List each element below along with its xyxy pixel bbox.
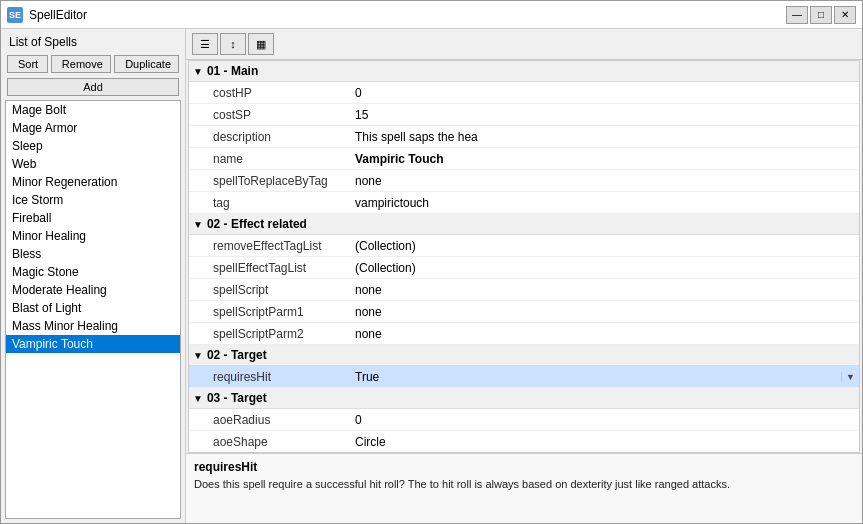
spell-item[interactable]: Bless — [6, 245, 180, 263]
left-panel: List of Spells Sort Remove Duplicate Add… — [1, 29, 186, 523]
prop-value: This spell saps the hea — [349, 128, 859, 146]
right-toolbar: ☰ ↕ ▦ — [186, 29, 862, 60]
window-title: SpellEditor — [29, 8, 87, 22]
section-label: 02 - Target — [207, 348, 267, 362]
prop-section-01-main[interactable]: ▼01 - Main — [189, 61, 859, 82]
prop-section-02-target[interactable]: ▼02 - Target — [189, 345, 859, 366]
prop-name: spellScriptParm1 — [189, 303, 349, 321]
spell-item[interactable]: Moderate Healing — [6, 281, 180, 299]
prop-row[interactable]: costHP0 — [189, 82, 859, 104]
spell-item[interactable]: Mage Bolt — [6, 101, 180, 119]
prop-name: spellEffectTagList — [189, 259, 349, 277]
prop-value: none — [349, 281, 859, 299]
prop-value: (Collection) — [349, 259, 859, 277]
prop-row[interactable]: spellEffectTagList(Collection) — [189, 257, 859, 279]
prop-name: requiresHit — [189, 368, 349, 386]
prop-name: name — [189, 150, 349, 168]
chevron-icon: ▼ — [193, 393, 203, 404]
prop-row[interactable]: removeEffectTagList(Collection) — [189, 235, 859, 257]
spell-item[interactable]: Fireball — [6, 209, 180, 227]
title-bar-left: SE SpellEditor — [7, 7, 87, 23]
prop-row[interactable]: spellScriptnone — [189, 279, 859, 301]
properties-area[interactable]: ▼01 - MaincostHP0costSP15descriptionThis… — [188, 60, 860, 453]
prop-value: True — [349, 368, 841, 386]
prop-row[interactable]: nameVampiric Touch — [189, 148, 859, 170]
prop-row[interactable]: descriptionThis spell saps the hea — [189, 126, 859, 148]
add-button[interactable]: Add — [7, 78, 179, 96]
prop-value: none — [349, 172, 859, 190]
minimize-button[interactable]: — — [786, 6, 808, 24]
prop-name: spellScriptParm2 — [189, 325, 349, 343]
right-panel: ☰ ↕ ▦ ▼01 - MaincostHP0costSP15descripti… — [186, 29, 862, 523]
app-icon: SE — [7, 7, 23, 23]
bottom-info: requiresHit Does this spell require a su… — [186, 453, 862, 523]
add-btn-row: Add — [1, 76, 185, 100]
duplicate-button[interactable]: Duplicate — [114, 55, 179, 73]
section-label: 03 - Target — [207, 391, 267, 405]
prop-value: Circle — [349, 433, 859, 451]
prop-value: Vampiric Touch — [349, 150, 859, 168]
list-label: List of Spells — [1, 29, 185, 52]
spell-item[interactable]: Vampiric Touch — [6, 335, 180, 353]
prop-row[interactable]: spellToReplaceByTagnone — [189, 170, 859, 192]
section-label: 02 - Effect related — [207, 217, 307, 231]
prop-row[interactable]: tagvampirictouch — [189, 192, 859, 214]
title-bar: SE SpellEditor — □ ✕ — [1, 1, 862, 29]
spell-item[interactable]: Minor Regeneration — [6, 173, 180, 191]
prop-name: costHP — [189, 84, 349, 102]
prop-row[interactable]: costSP15 — [189, 104, 859, 126]
section-label: 01 - Main — [207, 64, 258, 78]
prop-name: aoeRadius — [189, 411, 349, 429]
content-area: List of Spells Sort Remove Duplicate Add… — [1, 29, 862, 523]
prop-name: tag — [189, 194, 349, 212]
prop-row[interactable]: aoeShapeCircle — [189, 431, 859, 453]
prop-name: description — [189, 128, 349, 146]
chevron-icon: ▼ — [193, 219, 203, 230]
prop-row[interactable]: spellScriptParm1none — [189, 301, 859, 323]
spell-item[interactable]: Ice Storm — [6, 191, 180, 209]
spell-item[interactable]: Mass Minor Healing — [6, 317, 180, 335]
spell-item[interactable]: Magic Stone — [6, 263, 180, 281]
prop-section-02-effect[interactable]: ▼02 - Effect related — [189, 214, 859, 235]
spell-item[interactable]: Mage Armor — [6, 119, 180, 137]
close-button[interactable]: ✕ — [834, 6, 856, 24]
spell-list[interactable]: Mage BoltMage ArmorSleepWebMinor Regener… — [5, 100, 181, 519]
maximize-button[interactable]: □ — [810, 6, 832, 24]
prop-value: vampirictouch — [349, 194, 859, 212]
prop-value: 15 — [349, 106, 859, 124]
prop-row[interactable]: spellScriptParm2none — [189, 323, 859, 345]
sort-button[interactable]: Sort — [7, 55, 48, 73]
prop-value: 0 — [349, 84, 859, 102]
main-window: SE SpellEditor — □ ✕ List of Spells Sort… — [0, 0, 863, 524]
prop-value: none — [349, 325, 859, 343]
spell-toolbar: Sort Remove Duplicate — [1, 52, 185, 76]
chevron-icon: ▼ — [193, 66, 203, 77]
toolbar-grid-btn[interactable]: ▦ — [248, 33, 274, 55]
prop-row[interactable]: requiresHitTrue▼ — [189, 366, 859, 388]
remove-button[interactable]: Remove — [51, 55, 111, 73]
prop-value: 0 — [349, 411, 859, 429]
spell-item[interactable]: Sleep — [6, 137, 180, 155]
toolbar-sort-btn[interactable]: ↕ — [220, 33, 246, 55]
spell-item[interactable]: Blast of Light — [6, 299, 180, 317]
spell-item[interactable]: Minor Healing — [6, 227, 180, 245]
prop-name: costSP — [189, 106, 349, 124]
dropdown-arrow-icon[interactable]: ▼ — [841, 372, 859, 382]
bottom-info-title: requiresHit — [194, 460, 854, 474]
prop-name: spellToReplaceByTag — [189, 172, 349, 190]
chevron-icon: ▼ — [193, 350, 203, 361]
prop-value: (Collection) — [349, 237, 859, 255]
prop-value: none — [349, 303, 859, 321]
prop-row[interactable]: aoeRadius0 — [189, 409, 859, 431]
prop-name: removeEffectTagList — [189, 237, 349, 255]
spell-item[interactable]: Web — [6, 155, 180, 173]
toolbar-list-btn[interactable]: ☰ — [192, 33, 218, 55]
prop-name: aoeShape — [189, 433, 349, 451]
bottom-info-text: Does this spell require a successful hit… — [194, 477, 854, 492]
prop-section-03-target[interactable]: ▼03 - Target — [189, 388, 859, 409]
title-bar-controls: — □ ✕ — [786, 6, 856, 24]
prop-name: spellScript — [189, 281, 349, 299]
